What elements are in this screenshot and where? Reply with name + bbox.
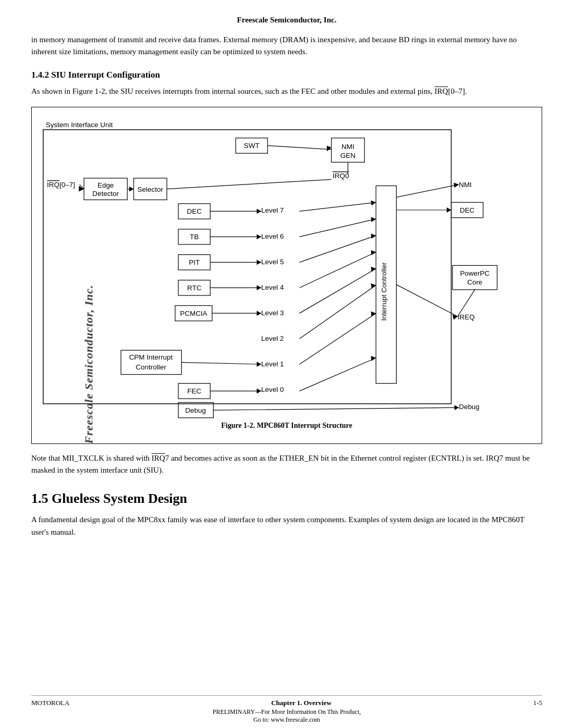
svg-text:RTC: RTC (187, 284, 202, 292)
svg-text:TB: TB (190, 233, 199, 241)
svg-text:Level 1: Level 1 (261, 360, 284, 367)
svg-marker-35 (257, 234, 262, 239)
svg-marker-67 (257, 362, 262, 367)
svg-line-57 (299, 268, 376, 313)
svg-text:Edge: Edge (97, 181, 114, 189)
svg-text:Controller: Controller (136, 363, 166, 371)
page-footer: MOTOROLA Chapter 1. Overview 1-5 PRELIMI… (31, 695, 542, 728)
svg-text:Level 0: Level 0 (261, 385, 284, 393)
interrupt-structure-diagram: System Interface Unit SWT NMI GEN IRQ0 I… (38, 116, 535, 422)
svg-line-82 (396, 184, 459, 197)
svg-marker-42 (257, 260, 262, 265)
svg-marker-20 (129, 187, 134, 192)
svg-text:NMI: NMI (459, 181, 472, 189)
svg-text:IREQ: IREQ (458, 313, 475, 321)
section-142-heading: 1.4.2 SIU Interrupt Configuration (31, 70, 542, 80)
svg-line-92 (458, 290, 475, 316)
svg-marker-30 (371, 200, 376, 205)
svg-text:IRQ0: IRQ0 (333, 172, 349, 180)
svg-text:DEC: DEC (460, 206, 475, 214)
svg-text:Debug: Debug (185, 406, 206, 414)
svg-text:Level 5: Level 5 (261, 258, 284, 266)
svg-line-36 (299, 219, 376, 237)
svg-line-68 (299, 313, 376, 364)
svg-text:IRQ[0–7]: IRQ[0–7] (47, 181, 75, 189)
svg-marker-95 (455, 405, 459, 410)
svg-text:Level 2: Level 2 (261, 334, 284, 342)
svg-marker-56 (257, 311, 262, 316)
svg-text:GEN: GEN (340, 151, 356, 159)
note-paragraph: Note that MII_TXCLK is shared with IRQ7 … (31, 452, 542, 477)
svg-marker-74 (257, 388, 262, 393)
svg-text:Level 3: Level 3 (261, 309, 284, 317)
figure-container: System Interface Unit SWT NMI GEN IRQ0 I… (31, 107, 542, 444)
svg-line-50 (299, 252, 376, 287)
svg-marker-8 (327, 145, 332, 151)
svg-text:Level 4: Level 4 (261, 283, 284, 291)
svg-marker-85 (447, 207, 451, 213)
sidebar-watermark: Freescale Semiconductor, Inc. (82, 285, 96, 443)
page-header: Freescale Semiconductor, Inc. (31, 16, 542, 24)
svg-text:FEC: FEC (187, 387, 201, 395)
section-15-para: A fundamental design goal of the MPC8xx … (31, 514, 542, 538)
svg-rect-1 (43, 130, 451, 404)
svg-marker-83 (454, 182, 459, 188)
svg-line-7 (267, 145, 331, 149)
svg-text:Selector: Selector (138, 185, 164, 193)
svg-text:Level 7: Level 7 (261, 206, 284, 214)
footer-center-bold: Chapter 1. Overview (271, 699, 332, 707)
svg-marker-49 (257, 285, 262, 290)
footer-right: 1-5 (533, 699, 542, 707)
svg-line-94 (213, 408, 459, 410)
section-15-heading: 1.5 Glueless System Design (31, 491, 542, 507)
svg-text:Debug: Debug (459, 402, 480, 410)
svg-text:Level 6: Level 6 (261, 232, 284, 240)
svg-text:PowerPC: PowerPC (460, 269, 489, 277)
svg-text:CPM Interrupt: CPM Interrupt (129, 353, 173, 361)
svg-text:NMI: NMI (341, 142, 354, 150)
svg-line-60 (299, 285, 376, 339)
intro-paragraph: in memory management of transmit and rec… (31, 34, 542, 58)
svg-text:SWT: SWT (244, 142, 260, 150)
svg-marker-44 (371, 233, 376, 239)
svg-line-29 (299, 202, 376, 211)
figure-caption: Figure 1-2. MPC860T Interrupt Structure (38, 422, 535, 430)
svg-line-90 (396, 285, 457, 316)
svg-text:Interrupt Controller: Interrupt Controller (380, 262, 388, 321)
svg-text:DEC: DEC (187, 207, 202, 215)
svg-text:PIT: PIT (189, 258, 200, 266)
svg-line-75 (299, 358, 376, 391)
svg-line-66 (181, 362, 261, 364)
svg-text:System Interface Unit: System Interface Unit (46, 121, 113, 129)
footer-notice: PRELIMINARY—For More Information On This… (31, 708, 542, 724)
svg-line-21 (167, 179, 332, 189)
section-142-para: As shown in Figure 1-2, the SIU receives… (31, 85, 542, 97)
svg-text:Core: Core (467, 278, 482, 286)
svg-marker-28 (257, 208, 262, 214)
svg-line-43 (299, 236, 376, 262)
svg-text:Detector: Detector (92, 190, 119, 198)
svg-marker-37 (371, 217, 376, 222)
footer-left: MOTOROLA (31, 699, 69, 707)
svg-text:PCMCIA: PCMCIA (180, 310, 207, 317)
